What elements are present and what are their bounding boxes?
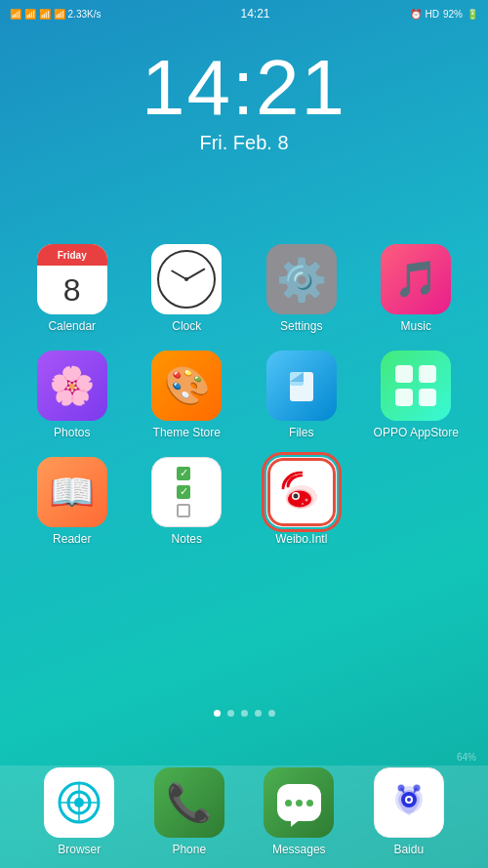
photos-icon: 🌸: [37, 351, 107, 421]
check-line-3: [177, 504, 196, 517]
svg-point-6: [288, 491, 311, 508]
app-weibo[interactable]: Weibo.Intl: [249, 457, 354, 546]
dock-messages[interactable]: Messages: [264, 767, 334, 856]
msg-dot-1: [285, 800, 292, 806]
checkbox-1: [177, 467, 190, 480]
page-dot-2[interactable]: [227, 710, 234, 717]
photos-label: Photos: [54, 426, 90, 439]
note-icon: 🎵: [394, 259, 438, 300]
appstore-dot-2: [419, 365, 436, 383]
files-label: Files: [289, 426, 313, 439]
files-icon: [266, 351, 337, 421]
page-dot-3[interactable]: [241, 710, 248, 717]
appstore-dot-3: [395, 389, 413, 406]
weibo-icon: [266, 457, 337, 527]
msg-dot-3: [306, 800, 313, 806]
settings-label: Settings: [280, 319, 322, 333]
app-appstore[interactable]: OPPO AppStore: [364, 351, 469, 439]
dock-baidu[interactable]: Baidu: [374, 767, 444, 856]
app-photos[interactable]: 🌸 Photos: [20, 351, 125, 439]
page-dot-5[interactable]: [268, 710, 275, 717]
palette-icon: 🎨: [164, 364, 210, 407]
clock-date: Fri. Feb. 8: [0, 132, 488, 154]
baidu-icon: [374, 767, 444, 838]
app-grid: Friday 8 Calendar Clock ⚙️ Settings 🎵 Mu…: [20, 244, 468, 546]
signal-icon: 📶: [10, 9, 21, 20]
browser-svg: [55, 778, 103, 827]
clock-face: [157, 250, 216, 309]
message-dots: [285, 800, 313, 806]
messages-label: Messages: [272, 843, 326, 856]
dock-phone[interactable]: 📞 Phone: [154, 767, 224, 856]
phone-symbol: 📞: [166, 781, 212, 824]
check-line-2: [177, 485, 196, 499]
theme-label: Theme Store: [153, 426, 221, 439]
app-files[interactable]: Files: [249, 351, 354, 439]
message-bubble: [277, 784, 321, 821]
svg-point-20: [407, 798, 411, 802]
files-svg: [282, 366, 321, 405]
hd-badge: HD: [426, 9, 439, 20]
reader-label: Reader: [53, 532, 91, 546]
page-dots: [0, 710, 488, 717]
notes-icon: [151, 457, 222, 527]
baidu-svg: [385, 778, 433, 827]
browser-icon: [44, 767, 114, 838]
appstore-grid: [386, 355, 446, 416]
svg-point-8: [293, 494, 298, 499]
app-clock[interactable]: Clock: [135, 244, 240, 333]
flower-icon: 🌸: [49, 364, 95, 407]
svg-point-10: [302, 503, 304, 505]
clock-time: 14:21: [0, 49, 488, 127]
gear-icon: ⚙️: [276, 256, 327, 304]
checkbox-2: [177, 485, 190, 499]
browser-label: Browser: [58, 843, 101, 856]
notes-check: [165, 457, 208, 527]
page-dot-1[interactable]: [214, 710, 221, 717]
calendar-label: Calendar: [48, 319, 96, 333]
appstore-dot-1: [395, 365, 413, 383]
svg-point-9: [305, 499, 307, 502]
status-bar: 📶 📶 📶 📶 2.33K/s 14:21 ⏰ HD 92% 🔋: [0, 0, 488, 27]
app-reader[interactable]: 📖 Reader: [20, 457, 125, 546]
cal-header: Friday: [37, 244, 107, 266]
time-display: 14:21 Fri. Feb. 8: [0, 49, 488, 154]
reader-icon: 📖: [37, 457, 107, 527]
app-theme[interactable]: 🎨 Theme Store: [135, 351, 240, 439]
status-right: ⏰ HD 92% 🔋: [410, 9, 478, 20]
clock-minute-hand: [186, 268, 206, 279]
appstore-dot-4: [419, 389, 436, 406]
page-dot-4[interactable]: [255, 710, 262, 717]
weibo-logo: [277, 468, 326, 517]
signal2-icon: 📶: [24, 9, 36, 20]
book-icon: 📖: [49, 471, 95, 514]
dock-browser[interactable]: Browser: [44, 767, 114, 856]
network-speed: 📶 📶 2.33K/s: [39, 9, 101, 20]
check-line-1: [177, 467, 196, 480]
app-calendar[interactable]: Friday 8 Calendar: [20, 244, 125, 333]
music-icon: 🎵: [381, 244, 451, 314]
app-music[interactable]: 🎵 Music: [364, 244, 469, 333]
checkbox-3: [177, 504, 190, 517]
status-left: 📶 📶 📶 📶 2.33K/s: [10, 9, 101, 20]
music-label: Music: [401, 319, 431, 333]
appstore-label: OPPO AppStore: [374, 426, 459, 439]
settings-icon: ⚙️: [266, 244, 337, 314]
theme-icon: 🎨: [151, 351, 222, 421]
app-settings[interactable]: ⚙️ Settings: [249, 244, 354, 333]
phone-label: Phone: [172, 843, 206, 856]
weibo-label: Weibo.Intl: [275, 532, 327, 546]
battery-icon: 🔋: [467, 9, 478, 20]
app-notes[interactable]: Notes: [135, 457, 240, 546]
clock-hour-hand: [171, 269, 187, 280]
dock: Browser 📞 Phone Messages: [0, 765, 488, 868]
messages-icon: [264, 767, 334, 838]
baidu-label: Baidu: [393, 843, 424, 856]
clock-icon: [151, 244, 222, 314]
notes-label: Notes: [172, 532, 202, 546]
alarm-icon: ⏰: [410, 9, 422, 20]
calendar-icon: Friday 8: [37, 244, 107, 314]
phone-icon: 📞: [154, 767, 224, 838]
battery-level: 92%: [443, 9, 463, 20]
appstore-icon: [381, 351, 451, 421]
